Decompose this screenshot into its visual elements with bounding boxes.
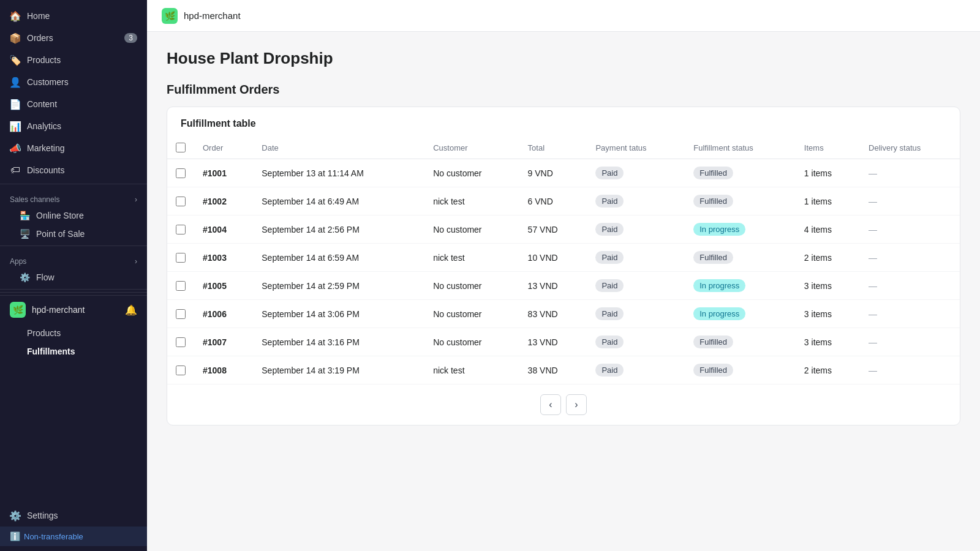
- sidebar: 🏠 Home 📦 Orders 3 🏷️ Products 👤 Customer…: [0, 0, 147, 551]
- analytics-icon: 📊: [10, 121, 21, 132]
- bell-icon: 🔔: [125, 304, 137, 316]
- customers-icon: 👤: [10, 77, 21, 88]
- row-payment-status: Paid: [587, 300, 685, 328]
- row-items: 1 items: [796, 187, 860, 216]
- table-row[interactable]: #1006 September 14 at 3:06 PM No custome…: [167, 300, 960, 328]
- card-header: Fulfillment table: [167, 107, 960, 137]
- pagination-prev-button[interactable]: ‹: [540, 394, 561, 415]
- non-transferable-banner: ℹ️ Non-transferable: [0, 527, 147, 546]
- row-customer: nick test: [424, 356, 519, 384]
- row-checkbox-cell: [167, 216, 194, 244]
- sidebar-item-label: Customers: [27, 77, 69, 87]
- row-delivery: —: [860, 272, 960, 300]
- section-title: Fulfilmment Orders: [167, 83, 960, 97]
- fulfillment-status-badge: Fulfilled: [693, 335, 733, 348]
- fulfillment-status-badge: In progress: [693, 223, 745, 236]
- row-checkbox[interactable]: [176, 309, 186, 319]
- sales-channels-label: Sales channels: [10, 195, 59, 204]
- row-checkbox[interactable]: [176, 168, 186, 178]
- row-order-id: #1001: [194, 159, 253, 187]
- flow-icon: ⚙️: [20, 272, 30, 282]
- row-items: 1 items: [796, 159, 860, 187]
- row-fulfillment-status: Fulfilled: [685, 244, 796, 272]
- row-checkbox[interactable]: [176, 365, 186, 375]
- orders-badge: 3: [124, 33, 137, 43]
- row-order-id: #1004: [194, 216, 253, 244]
- apps-label: Apps: [10, 257, 26, 266]
- fulfillment-card: Fulfillment table Order Date: [167, 107, 960, 425]
- payment-status-badge: Paid: [595, 223, 624, 236]
- pagination-next-button[interactable]: ›: [566, 394, 587, 415]
- info-icon: ℹ️: [10, 531, 20, 541]
- row-date: September 13 at 11:14 AM: [253, 159, 424, 187]
- sidebar-item-label: Flow: [36, 272, 55, 282]
- row-customer: No customer: [424, 300, 519, 328]
- apps-section[interactable]: Apps ›: [0, 249, 147, 268]
- sidebar-item-online-store[interactable]: 🏪 Online Store: [0, 206, 147, 225]
- discounts-icon: 🏷: [10, 165, 21, 176]
- sidebar-item-products[interactable]: 🏷️ Products: [0, 49, 147, 71]
- row-checkbox-cell: [167, 356, 194, 384]
- payment-status-badge: Paid: [595, 279, 624, 292]
- row-delivery: —: [860, 244, 960, 272]
- row-items: 3 items: [796, 328, 860, 356]
- row-checkbox[interactable]: [176, 225, 186, 234]
- sidebar-sub-fulfillments-label: Fulfillments: [27, 347, 75, 356]
- row-total: 38 VND: [519, 356, 587, 384]
- row-customer: No customer: [424, 159, 519, 187]
- table-row[interactable]: #1005 September 14 at 2:59 PM No custome…: [167, 272, 960, 300]
- row-order-id: #1008: [194, 356, 253, 384]
- sidebar-item-discounts[interactable]: 🏷 Discounts: [0, 159, 147, 181]
- content-area: House Plant Dropship Fulfilmment Orders …: [147, 32, 980, 551]
- row-customer: nick test: [424, 187, 519, 216]
- table-row[interactable]: #1003 September 14 at 6:59 AM nick test …: [167, 244, 960, 272]
- sidebar-sub-products[interactable]: Products: [0, 324, 147, 342]
- fulfillment-status-badge: Fulfilled: [693, 195, 733, 208]
- table-row[interactable]: #1001 September 13 at 11:14 AM No custom…: [167, 159, 960, 187]
- sidebar-item-home[interactable]: 🏠 Home: [0, 5, 147, 27]
- sidebar-item-content[interactable]: 📄 Content: [0, 93, 147, 115]
- sidebar-sub-fulfillments[interactable]: Fulfillments: [0, 342, 147, 361]
- row-checkbox[interactable]: [176, 197, 186, 206]
- sidebar-item-settings[interactable]: ⚙️ Settings: [0, 504, 147, 527]
- payment-status-badge: Paid: [595, 251, 624, 264]
- sidebar-item-customers[interactable]: 👤 Customers: [0, 71, 147, 93]
- row-order-id: #1002: [194, 187, 253, 216]
- sidebar-item-flow[interactable]: ⚙️ Flow: [0, 268, 147, 287]
- row-items: 3 items: [796, 272, 860, 300]
- sidebar-item-orders[interactable]: 📦 Orders 3: [0, 27, 147, 49]
- row-checkbox[interactable]: [176, 253, 186, 263]
- pagination: ‹ ›: [167, 384, 960, 425]
- row-checkbox[interactable]: [176, 337, 186, 347]
- col-delivery-status: Delivery status: [860, 137, 960, 159]
- row-items: 3 items: [796, 300, 860, 328]
- sales-channels-section[interactable]: Sales channels ›: [0, 187, 147, 206]
- sidebar-item-point-of-sale[interactable]: 🖥️ Point of Sale: [0, 225, 147, 243]
- sidebar-item-label: Home: [27, 11, 50, 21]
- row-checkbox-cell: [167, 328, 194, 356]
- row-date: September 14 at 3:16 PM: [253, 328, 424, 356]
- select-all-checkbox[interactable]: [176, 143, 186, 152]
- row-delivery: —: [860, 187, 960, 216]
- row-total: 13 VND: [519, 272, 587, 300]
- row-payment-status: Paid: [587, 272, 685, 300]
- sidebar-item-label: Marketing: [27, 143, 64, 153]
- sidebar-item-marketing[interactable]: 📣 Marketing: [0, 137, 147, 159]
- merchant-item[interactable]: 🌿 hpd-merchant 🔔: [0, 295, 147, 324]
- table-row[interactable]: #1002 September 14 at 6:49 AM nick test …: [167, 187, 960, 216]
- row-delivery: —: [860, 328, 960, 356]
- row-fulfillment-status: Fulfilled: [685, 187, 796, 216]
- fulfillment-status-badge: In progress: [693, 279, 745, 292]
- row-items: 2 items: [796, 244, 860, 272]
- row-total: 83 VND: [519, 300, 587, 328]
- sidebar-item-analytics[interactable]: 📊 Analytics: [0, 115, 147, 137]
- table-row[interactable]: #1007 September 14 at 3:16 PM No custome…: [167, 328, 960, 356]
- row-order-id: #1005: [194, 272, 253, 300]
- table-row[interactable]: #1004 September 14 at 2:56 PM No custome…: [167, 216, 960, 244]
- products-icon: 🏷️: [10, 54, 21, 66]
- table-body: #1001 September 13 at 11:14 AM No custom…: [167, 159, 960, 384]
- col-total: Total: [519, 137, 587, 159]
- row-checkbox[interactable]: [176, 281, 186, 291]
- topbar-merchant-name: hpd-merchant: [184, 10, 241, 21]
- table-row[interactable]: #1008 September 14 at 3:19 PM nick test …: [167, 356, 960, 384]
